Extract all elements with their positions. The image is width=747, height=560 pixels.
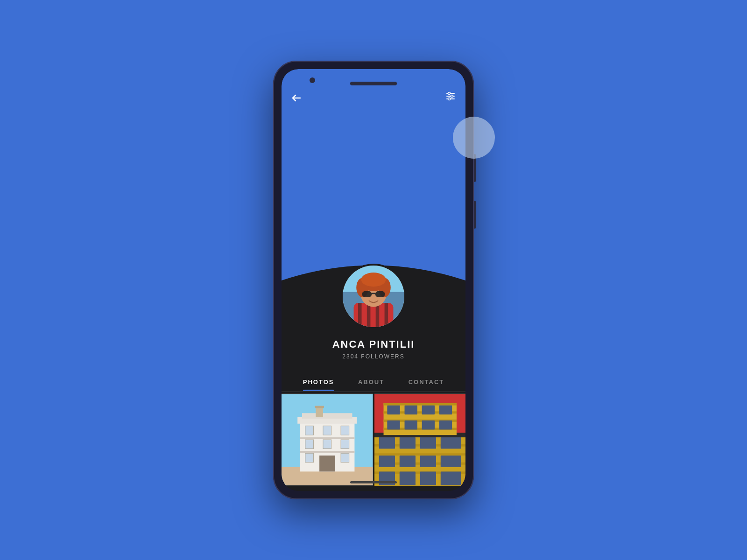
- svg-rect-35: [305, 454, 314, 463]
- camera-dot: [310, 77, 315, 83]
- svg-rect-29: [305, 426, 314, 435]
- svg-point-5: [448, 98, 451, 100]
- svg-rect-32: [305, 440, 314, 449]
- screen-content: ANCA PINTILII 2304 FOLLOWERS PHOTOS ABOU…: [282, 69, 465, 491]
- dark-section: ANCA PINTILII 2304 FOLLOWERS PHOTOS ABOU…: [282, 301, 465, 491]
- svg-rect-57: [420, 472, 436, 485]
- svg-rect-10: [367, 303, 371, 329]
- floating-circle-decoration: [453, 117, 495, 159]
- svg-rect-70: [404, 420, 417, 430]
- svg-rect-48: [399, 437, 415, 448]
- home-indicator: [350, 481, 397, 483]
- svg-rect-28: [315, 406, 324, 408]
- svg-rect-61: [383, 403, 456, 406]
- svg-rect-50: [440, 437, 461, 448]
- svg-rect-19: [362, 291, 372, 297]
- svg-rect-47: [379, 437, 395, 448]
- volume-button-down: [474, 201, 476, 229]
- svg-rect-69: [387, 420, 400, 430]
- svg-rect-66: [404, 406, 417, 415]
- svg-rect-31: [341, 426, 349, 435]
- avatar-container: [341, 264, 406, 329]
- phone-screen: ANCA PINTILII 2304 FOLLOWERS PHOTOS ABOU…: [282, 69, 465, 491]
- svg-rect-30: [323, 426, 331, 435]
- user-name: ANCA PINTILII: [282, 338, 465, 350]
- svg-rect-11: [376, 303, 380, 329]
- app-content: ANCA PINTILII 2304 FOLLOWERS PHOTOS ABOU…: [282, 69, 465, 491]
- svg-rect-27: [316, 407, 323, 417]
- tab-contact[interactable]: CONTACT: [409, 378, 444, 391]
- svg-point-18: [361, 273, 386, 287]
- tab-about[interactable]: ABOUT: [358, 378, 384, 391]
- photo-grid: [282, 393, 465, 486]
- photo-item[interactable]: [374, 393, 466, 486]
- tab-photos[interactable]: PHOTOS: [303, 378, 334, 391]
- svg-rect-58: [440, 472, 461, 485]
- svg-rect-34: [341, 440, 349, 449]
- svg-rect-20: [375, 291, 385, 297]
- svg-rect-21: [372, 293, 375, 294]
- svg-rect-33: [323, 440, 331, 449]
- svg-rect-9: [358, 303, 362, 329]
- svg-rect-67: [422, 406, 434, 415]
- speaker-bar: [350, 82, 397, 85]
- status-bar: [282, 69, 465, 92]
- svg-rect-56: [399, 472, 415, 485]
- svg-rect-51: [379, 455, 395, 467]
- svg-rect-38: [300, 437, 354, 439]
- svg-rect-12: [385, 303, 388, 329]
- svg-rect-37: [319, 455, 335, 471]
- svg-point-1: [448, 92, 451, 95]
- svg-rect-36: [341, 454, 349, 463]
- svg-rect-71: [422, 420, 434, 430]
- svg-rect-54: [440, 455, 461, 467]
- svg-rect-65: [387, 406, 400, 415]
- back-button[interactable]: [291, 92, 302, 105]
- svg-point-3: [451, 95, 453, 98]
- avatar: [341, 264, 406, 329]
- svg-rect-72: [439, 420, 451, 430]
- svg-rect-26: [302, 413, 352, 419]
- navigation-tabs: PHOTOS ABOUT CONTACT: [282, 367, 465, 392]
- svg-rect-68: [439, 406, 451, 415]
- svg-rect-52: [399, 455, 415, 467]
- settings-sliders-icon[interactable]: [445, 91, 456, 104]
- svg-rect-44: [374, 454, 466, 456]
- svg-rect-39: [300, 451, 354, 453]
- svg-rect-49: [420, 437, 436, 448]
- phone-device: ANCA PINTILII 2304 FOLLOWERS PHOTOS ABOU…: [273, 61, 474, 499]
- user-followers: 2304 FOLLOWERS: [282, 353, 465, 360]
- photo-item[interactable]: [282, 393, 373, 486]
- svg-rect-53: [420, 455, 436, 467]
